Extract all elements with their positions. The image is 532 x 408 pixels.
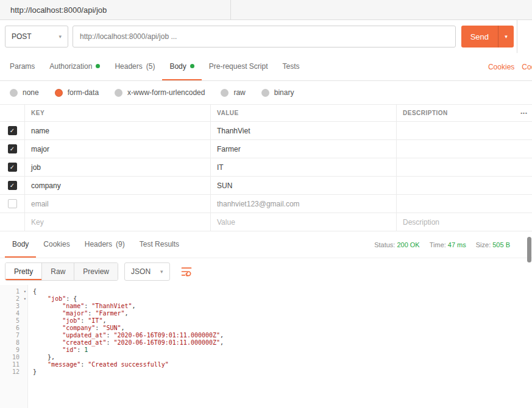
fold-arrow-icon[interactable]: ▾: [24, 288, 26, 295]
tab-params[interactable]: Params: [2, 53, 42, 80]
format-label: JSON: [131, 267, 151, 276]
body-mode-form-data[interactable]: form-data: [55, 88, 99, 97]
value-text: SUN: [217, 181, 232, 190]
response-body: 1▾2▾3456789101112 { "job": { "name": "Th…: [0, 285, 532, 408]
code-line: "created_at": "2020-06-16T09:01:11.00000…: [33, 339, 532, 346]
send-button[interactable]: Send: [461, 26, 498, 47]
table-header-row: KEYVALUEDESCRIPTION•••: [0, 105, 532, 122]
value-field[interactable]: thanhviet123@gmail.com: [210, 195, 396, 213]
method-dropdown[interactable]: POST ▾: [5, 26, 68, 47]
description-field[interactable]: [396, 195, 516, 213]
row-menu-cell: [516, 140, 532, 158]
row-menu-cell: [516, 122, 532, 139]
code-line: },: [33, 354, 532, 361]
description-field[interactable]: [396, 177, 516, 194]
tab-headers[interactable]: Headers(5): [107, 53, 162, 80]
time-label: Time:: [430, 241, 446, 248]
tab-tests[interactable]: Tests: [275, 53, 307, 80]
description-text: Description: [403, 218, 439, 227]
tab-authorization[interactable]: Authorization: [42, 53, 107, 80]
body-mode-raw[interactable]: raw: [221, 88, 245, 97]
value-text: thanhviet123@gmail.com: [217, 200, 300, 208]
row-check-cell: ✓: [0, 122, 24, 139]
ellipsis-menu-icon[interactable]: •••: [520, 110, 527, 116]
line-number: 11: [0, 361, 27, 368]
link-cookies[interactable]: Cookies: [488, 63, 514, 71]
header-links: CookiesCode: [488, 53, 532, 80]
row-check-cell: ✓: [0, 140, 24, 158]
key-field[interactable]: Key: [24, 213, 210, 231]
key-field[interactable]: name: [24, 122, 210, 139]
key-field[interactable]: email: [24, 195, 210, 213]
value-field[interactable]: SUN: [210, 177, 396, 194]
tab-label: Cookies: [43, 240, 69, 248]
line-number: 7: [0, 332, 27, 339]
tab-label: Headers: [85, 240, 112, 248]
row-check-cell: [0, 213, 24, 231]
checkbox-checked[interactable]: ✓: [8, 163, 17, 172]
key-field[interactable]: job: [24, 158, 210, 176]
fold-arrow-icon[interactable]: ▾: [24, 295, 26, 303]
mode-label: form-data: [68, 88, 99, 97]
description-field[interactable]: Description: [396, 213, 516, 231]
description-field[interactable]: [396, 122, 516, 139]
radio-icon: [261, 89, 269, 97]
row-check-cell: ✓: [0, 177, 24, 194]
value-field[interactable]: Farmer: [210, 140, 396, 158]
response-tab-body[interactable]: Body: [5, 231, 36, 258]
view-mode-preview[interactable]: Preview: [74, 263, 118, 280]
checkbox-checked[interactable]: ✓: [8, 144, 17, 153]
key-field[interactable]: company: [24, 177, 210, 194]
body-mode-x-www-form-urlencoded[interactable]: x-www-form-urlencoded: [115, 88, 205, 97]
value-field[interactable]: ThanhViet: [210, 122, 396, 139]
mode-label: x-www-form-urlencoded: [127, 88, 205, 97]
mode-label: raw: [233, 88, 245, 97]
size-value: 505 B: [492, 241, 510, 248]
tab-label: Pre-request Script: [209, 62, 268, 71]
line-numbers-gutter: 1▾2▾3456789101112: [0, 285, 28, 408]
tab-body[interactable]: Body: [162, 53, 201, 80]
view-mode-raw[interactable]: Raw: [41, 263, 74, 280]
response-tab-headers[interactable]: Headers(9): [77, 231, 132, 258]
chevron-down-icon: ▾: [160, 269, 163, 275]
size-indicator: Size:505 B: [476, 241, 510, 248]
row-menu-cell: [516, 195, 532, 213]
form-data-table: KEYVALUEDESCRIPTION••• ✓nameThanhViet✓ma…: [0, 104, 532, 231]
time-value: 47 ms: [448, 241, 466, 248]
key-text: name: [31, 127, 49, 135]
scrollbar-thumb[interactable]: [527, 237, 531, 262]
view-mode-pretty[interactable]: Pretty: [5, 263, 41, 280]
tab-label: Body: [12, 240, 29, 248]
column-header-value: VALUE: [210, 105, 396, 121]
column-header-description: DESCRIPTION: [396, 105, 516, 121]
line-number: 4: [0, 310, 27, 317]
chevron-down-icon: ▾: [59, 33, 62, 40]
radio-icon: [10, 89, 18, 97]
tab-pre-request-script[interactable]: Pre-request Script: [202, 53, 275, 80]
checkbox-unchecked[interactable]: [8, 199, 17, 208]
key-field[interactable]: major: [24, 140, 210, 158]
body-mode-none[interactable]: none: [10, 88, 39, 97]
tab-label: Tests: [282, 62, 299, 71]
line-number: 6: [0, 325, 27, 332]
tab-count: (5): [146, 62, 155, 71]
tab-label: Headers: [115, 62, 142, 71]
tab-label: Params: [10, 62, 35, 71]
mode-label: binary: [274, 88, 294, 97]
send-options-button[interactable]: ▾: [498, 26, 514, 47]
wrap-text-icon[interactable]: [180, 265, 193, 278]
checkbox-checked[interactable]: ✓: [8, 181, 17, 190]
description-field[interactable]: [396, 158, 516, 176]
response-tab-cookies[interactable]: Cookies: [36, 231, 77, 258]
value-field[interactable]: IT: [210, 158, 396, 176]
value-text: Farmer: [217, 145, 241, 153]
url-input[interactable]: [73, 26, 456, 47]
value-field[interactable]: Value: [210, 213, 396, 231]
body-mode-binary[interactable]: binary: [261, 88, 294, 97]
request-tab[interactable]: http://localhost:8000/api/job: [0, 0, 231, 19]
link-code[interactable]: Code: [522, 63, 532, 71]
checkbox-checked[interactable]: ✓: [8, 126, 17, 135]
format-dropdown[interactable]: JSON ▾: [124, 262, 170, 281]
response-tab-test-results[interactable]: Test Results: [132, 231, 186, 258]
description-field[interactable]: [396, 140, 516, 158]
